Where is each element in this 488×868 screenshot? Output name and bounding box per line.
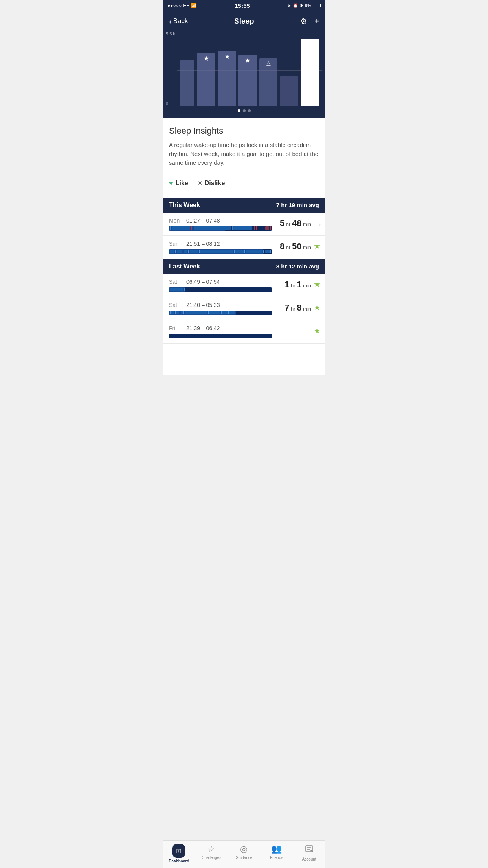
entry-sun[interactable]: Sun 21:51 – 08:12: [163, 236, 325, 259]
bar-2-star: ★: [224, 53, 230, 60]
wifi-icon: 📶: [191, 3, 197, 8]
sleep-chart: 5.5 h 0 ★ ★ ★: [163, 31, 325, 118]
entry-sat-2[interactable]: Sat 21:40 – 05:33: [163, 297, 325, 320]
alarm-icon: ⏰: [293, 3, 298, 8]
chart-bar-5: [280, 35, 298, 106]
bar-4-star: △: [266, 60, 271, 66]
entry-sat1-time: 06:49 – 07:54: [186, 279, 220, 285]
header: ‹ Back Sleep ⚙ +: [163, 11, 325, 31]
entry-sat-1[interactable]: Sat 06:49 – 07:54 1 hr 1 min ★: [163, 274, 325, 297]
dislike-label: Dislike: [205, 180, 225, 187]
entry-sat1-duration: 1 hr 1 min: [284, 280, 311, 290]
last-week-avg: 8 hr 12 min avg: [276, 263, 319, 270]
chart-pagination: [166, 109, 322, 112]
battery-icon: [313, 4, 321, 7]
chart-bar-0: [180, 35, 194, 106]
star-icon-sat1: ★: [314, 280, 321, 289]
feedback-row: ♥ Like ✕ Dislike: [169, 175, 319, 194]
back-button[interactable]: ‹ Back: [169, 17, 188, 26]
entry-sat2-duration: 7 hr 8 min: [284, 303, 311, 313]
y-min-label: 0: [166, 101, 175, 106]
this-week-avg: 7 hr 19 min avg: [276, 202, 319, 208]
insights-title: Sleep Insights: [169, 126, 319, 136]
y-max-label: 5.5 h: [166, 31, 175, 36]
entry-sat2-day: Sat: [169, 302, 182, 308]
star-icon-sun: ★: [314, 241, 321, 251]
back-label: Back: [173, 17, 188, 25]
header-actions: ⚙ +: [300, 17, 319, 26]
bluetooth-icon: ✱: [300, 3, 303, 8]
dot-2[interactable]: [248, 109, 251, 112]
entry-mon-day: Mon: [169, 217, 182, 224]
chart-bar-2: ★: [218, 35, 236, 106]
entry-sat2-time: 21:40 – 05:33: [186, 302, 220, 308]
status-signal: ●●○○○ EE 📶: [167, 3, 197, 8]
bar-1: ★: [197, 53, 215, 106]
like-button[interactable]: ♥ Like: [169, 179, 188, 188]
x-icon: ✕: [198, 180, 202, 186]
like-label: Like: [176, 180, 188, 187]
chart-bar-3: ★: [238, 35, 257, 106]
chart-bar-6: [301, 35, 319, 106]
dislike-button[interactable]: ✕ Dislike: [198, 180, 225, 187]
bar-3-star: ★: [245, 57, 250, 64]
bar-4: △: [259, 58, 278, 106]
bar-3: ★: [238, 55, 257, 106]
sleep-insights-section: Sleep Insights A regular wake-up time he…: [163, 118, 325, 198]
entry-fri-day: Fri: [169, 325, 182, 331]
insights-text: A regular wake-up time helps lock in a s…: [169, 141, 319, 167]
content-area: Sleep Insights A regular wake-up time he…: [163, 118, 325, 375]
entry-sun-time: 21:51 – 08:12: [186, 241, 220, 247]
entry-mon[interactable]: Mon 01:27 – 07:48: [163, 213, 325, 236]
bar-6: [301, 39, 319, 106]
status-right: ➤ ⏰ ✱ 9%: [288, 3, 321, 8]
dot-1[interactable]: [243, 109, 246, 112]
entry-fri-time: 21:39 – 06:42: [186, 325, 220, 331]
entry-mon-duration: 5 hr 48 min: [280, 218, 311, 228]
last-week-header: Last Week 8 hr 12 min avg: [163, 259, 325, 274]
this-week-header: This Week 7 hr 19 min avg: [163, 198, 325, 213]
dot-0[interactable]: [238, 109, 240, 112]
location-icon: ➤: [288, 3, 291, 8]
entry-sun-day: Sun: [169, 241, 182, 247]
star-icon-sat2: ★: [314, 303, 321, 312]
status-time: 15:55: [235, 2, 250, 9]
page-title: Sleep: [234, 17, 254, 26]
this-week-title: This Week: [169, 202, 200, 209]
chart-bars: ★ ★ ★ △: [180, 35, 319, 106]
entry-fri[interactable]: Fri 21:39 – 06:42 ★: [163, 320, 325, 344]
entry-sun-duration: 8 hr 50 min: [280, 241, 311, 252]
settings-button[interactable]: ⚙: [300, 17, 307, 26]
chart-y-labels: 5.5 h 0: [166, 31, 175, 106]
carrier-label: EE: [183, 3, 189, 8]
star-icon-fri: ★: [314, 326, 321, 335]
chart-bar-1: ★: [197, 35, 215, 106]
bar-5: [280, 76, 298, 106]
entry-fri-header: Fri 21:39 – 06:42: [169, 325, 319, 331]
chart-bar-4: △: [259, 35, 278, 106]
bar-2: ★: [218, 51, 236, 106]
bar-1-star: ★: [204, 55, 209, 62]
battery-pct: 9%: [305, 3, 311, 8]
entry-mon-time: 01:27 – 07:48: [186, 217, 220, 224]
last-week-title: Last Week: [169, 263, 200, 270]
entry-sat1-day: Sat: [169, 279, 182, 285]
chevron-left-icon: ‹: [169, 17, 172, 26]
chevron-right-icon: ›: [318, 220, 321, 228]
signal-dots: ●●○○○: [167, 3, 182, 8]
status-bar: ●●○○○ EE 📶 15:55 ➤ ⏰ ✱ 9%: [163, 0, 325, 11]
bar-0: [180, 60, 194, 106]
add-button[interactable]: +: [314, 17, 319, 26]
heart-icon: ♥: [169, 179, 173, 188]
